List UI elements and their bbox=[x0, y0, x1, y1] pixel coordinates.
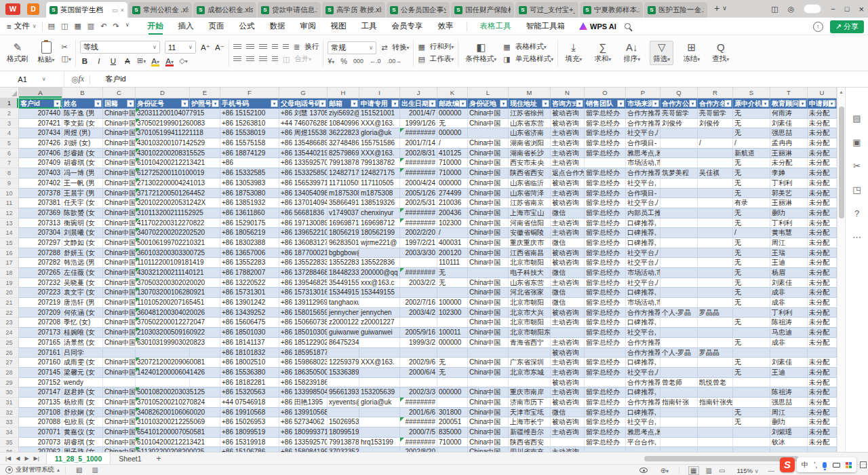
row-header[interactable]: 10 bbox=[0, 189, 19, 199]
cell[interactable]: 360481200304020026 bbox=[136, 308, 190, 318]
cell[interactable]: 留学总经办 bbox=[585, 318, 626, 328]
cell[interactable]: 430102200208315525 bbox=[136, 149, 190, 159]
cell[interactable]: China中国 bbox=[103, 278, 136, 288]
menu-数据[interactable]: 数据 bbox=[262, 18, 293, 34]
header-cell-I[interactable]: 申请专用▾ bbox=[359, 98, 400, 109]
row-header[interactable]: 20 bbox=[0, 288, 19, 298]
cell[interactable] bbox=[660, 288, 698, 298]
row-header[interactable]: 5 bbox=[0, 138, 19, 149]
cell[interactable]: 2000/6/4 bbox=[400, 368, 437, 378]
cell[interactable]: 成雨雯 (女 bbox=[62, 358, 103, 368]
cell[interactable]: 袁文宇 (女 bbox=[62, 288, 103, 298]
cell[interactable] bbox=[660, 189, 698, 199]
cell[interactable] bbox=[103, 348, 136, 358]
cell[interactable]: 155751586 bbox=[359, 138, 400, 149]
cell[interactable]: 207265 bbox=[19, 268, 62, 278]
cell[interactable]: +86 13901242 bbox=[220, 298, 279, 308]
filter-dropdown-icon[interactable]: ▾ bbox=[212, 100, 219, 107]
cell[interactable]: XXX@163. bbox=[359, 119, 400, 129]
cell[interactable] bbox=[733, 428, 770, 438]
filter-dropdown-icon[interactable]: ▾ bbox=[94, 100, 102, 107]
cell[interactable]: 110105200207165451 bbox=[136, 298, 190, 308]
cell[interactable] bbox=[698, 438, 733, 448]
cell[interactable]: 370502199901260083 bbox=[136, 119, 190, 129]
filter-dropdown-icon[interactable]: ▾ bbox=[652, 100, 659, 107]
cell[interactable]: 胡睿琪 (女 bbox=[62, 438, 103, 448]
cell[interactable]: 李婵 bbox=[770, 168, 808, 178]
outline-icon[interactable]: ▥ bbox=[92, 466, 98, 474]
document-tab[interactable]: S可过_支付宝+_滴滴 bbox=[515, 2, 578, 18]
cell[interactable]: 个人-罗晶 bbox=[660, 348, 698, 358]
cell[interactable]: 未分配 bbox=[808, 417, 837, 428]
fullscreen-icon[interactable] bbox=[860, 461, 867, 468]
cell[interactable]: 北京市朝阳 bbox=[509, 298, 551, 308]
cell[interactable]: China中国 bbox=[468, 368, 509, 378]
cell[interactable]: 陈祖涛 bbox=[770, 387, 808, 398]
cell[interactable] bbox=[698, 189, 733, 199]
decrease-font-icon[interactable]: A⁻ bbox=[215, 43, 224, 52]
cell[interactable] bbox=[400, 318, 437, 328]
cell[interactable]: 102300 bbox=[437, 218, 468, 229]
cell[interactable]: 北京市朝阳 bbox=[509, 258, 551, 268]
cell[interactable]: 207421 bbox=[19, 119, 62, 129]
cell[interactable] bbox=[660, 338, 698, 348]
cell[interactable] bbox=[660, 218, 698, 229]
cell[interactable]: 王瑞 bbox=[770, 248, 808, 259]
cell[interactable]: 200436 bbox=[437, 208, 468, 218]
search-icon[interactable] bbox=[625, 23, 631, 29]
cell[interactable]: 留学总经办 bbox=[585, 368, 626, 378]
cell[interactable]: 雅思考点,雅 bbox=[626, 428, 660, 438]
cell[interactable]: 未分配 bbox=[808, 398, 837, 408]
cell[interactable]: ######## bbox=[400, 208, 437, 218]
document-tab[interactable]: S贷款申请信息.xlsx bbox=[258, 2, 321, 18]
menu-页面[interactable]: 页面 bbox=[201, 18, 232, 34]
cell[interactable]: China中国 bbox=[103, 318, 136, 328]
cell[interactable]: +86 18099519 bbox=[220, 428, 279, 438]
cell[interactable]: 207108 bbox=[19, 408, 62, 418]
cell[interactable]: 市场活动,市 bbox=[626, 298, 660, 308]
cell[interactable]: 610104200212213421 bbox=[136, 158, 190, 168]
cell[interactable]: +86 1533258500 bbox=[279, 168, 328, 178]
align-right-icon[interactable] bbox=[259, 56, 267, 62]
cell[interactable]: 371721200501264452 bbox=[136, 189, 190, 199]
cell[interactable]: ######## bbox=[400, 268, 437, 278]
cell[interactable] bbox=[400, 288, 437, 298]
cell[interactable]: 主动咨询 bbox=[551, 218, 585, 229]
filter-dropdown-icon[interactable]: ▾ bbox=[500, 100, 507, 107]
cell[interactable] bbox=[698, 248, 733, 259]
cell[interactable] bbox=[698, 338, 733, 348]
cell[interactable]: 310113200211152925 bbox=[136, 208, 190, 218]
row-header[interactable]: 8 bbox=[0, 168, 19, 178]
cell[interactable]: 口碑推荐, bbox=[626, 318, 660, 328]
cell[interactable]: 舒妍玉 (女 bbox=[62, 248, 103, 259]
cell[interactable]: 无 bbox=[437, 368, 468, 378]
cell[interactable] bbox=[660, 268, 698, 278]
cell[interactable] bbox=[660, 358, 698, 368]
cell[interactable]: 胡睿琪 (女 bbox=[62, 158, 103, 168]
preview-icon[interactable]: ▥ bbox=[87, 22, 94, 31]
cell[interactable]: 未分配 bbox=[808, 128, 837, 138]
cell[interactable]: 留学总经办 bbox=[585, 358, 626, 368]
cell[interactable]: 口碑推荐, bbox=[626, 288, 660, 298]
filter-dropdown-icon[interactable]: ▾ bbox=[617, 100, 625, 107]
cell[interactable]: 无 bbox=[733, 168, 770, 178]
cell[interactable]: 包欣辰 (女 bbox=[62, 417, 103, 428]
cell[interactable]: 135522836 bbox=[328, 258, 359, 268]
comma-style-icon[interactable]: 000 bbox=[353, 58, 363, 64]
cell[interactable]: 合作方推荐 bbox=[626, 168, 660, 178]
cell[interactable]: 102300 bbox=[437, 308, 468, 318]
cell[interactable]: +86 13053983 bbox=[220, 178, 279, 189]
cell[interactable]: China中国 bbox=[103, 258, 136, 268]
cell[interactable]: China中国 bbox=[468, 149, 509, 159]
cell[interactable] bbox=[359, 378, 400, 388]
column-header-R[interactable]: R bbox=[698, 88, 733, 98]
horizontal-scroll-thumb[interactable] bbox=[644, 456, 799, 461]
cell[interactable]: 未分配 bbox=[808, 428, 837, 438]
cell[interactable] bbox=[660, 208, 698, 218]
cell[interactable]: 未分配 bbox=[808, 288, 837, 298]
cell[interactable]: 110111 bbox=[437, 258, 468, 268]
cell[interactable]: 未分配 bbox=[808, 208, 837, 218]
cell[interactable] bbox=[698, 358, 733, 368]
cell[interactable]: +86 田艳1395 bbox=[279, 398, 328, 408]
cell[interactable]: 钦冰 bbox=[770, 438, 808, 448]
